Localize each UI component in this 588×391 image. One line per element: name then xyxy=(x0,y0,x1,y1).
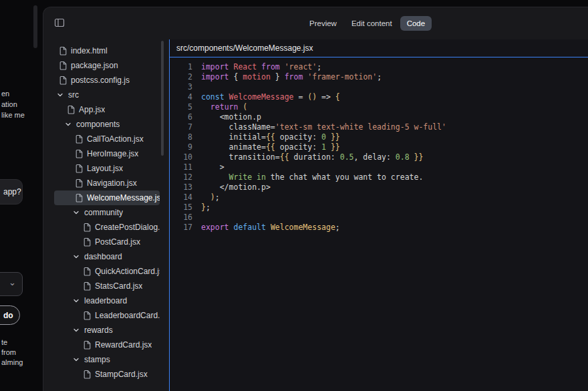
file-tree-scrollbar-thumb[interactable] xyxy=(161,41,164,156)
code-line: 4const WelcomeMessage = () => { xyxy=(170,92,588,102)
file-icon xyxy=(82,267,92,276)
tree-item-layout-jsx[interactable]: Layout.jsx xyxy=(54,161,160,176)
tree-item-label: dashboard xyxy=(84,252,122,261)
tree-item-statscard-jsx[interactable]: StatsCard.jsx xyxy=(54,279,160,293)
code-line-text: return ( xyxy=(201,102,247,112)
chevron-down-icon xyxy=(55,92,65,98)
tree-item-index-html[interactable]: index.html xyxy=(54,43,160,58)
tree-item-heroimage-jsx[interactable]: HeroImage.jsx xyxy=(54,146,160,161)
code-line-text: initial={{ opacity: 0 }} xyxy=(201,132,340,142)
tree-item-community[interactable]: community xyxy=(54,205,160,220)
line-number: 13 xyxy=(170,182,192,192)
tree-item-calltoaction-jsx[interactable]: CallToAction.jsx xyxy=(54,132,160,146)
tree-item-label: App.jsx xyxy=(79,105,105,114)
tree-item-leaderboard[interactable]: leaderboard xyxy=(54,293,160,308)
tab-preview[interactable]: Preview xyxy=(303,16,343,31)
code-line-text: animate={{ opacity: 1 }} xyxy=(201,142,340,152)
code-line: 10 transition={{ duration: 0.5, delay: 0… xyxy=(170,152,588,162)
tree-item-createpostdialog-js[interactable]: CreatePostDialog.js xyxy=(54,220,160,235)
code-line: 15}; xyxy=(170,203,588,213)
file-icon xyxy=(82,223,92,232)
line-number: 1 xyxy=(170,62,192,72)
line-number: 10 xyxy=(170,152,192,162)
tree-item-app-jsx[interactable]: App.jsx xyxy=(54,102,160,117)
code-line-text: > xyxy=(201,162,225,172)
card-header: PreviewEdit contentCode xyxy=(43,7,588,39)
tree-item-postcard-jsx[interactable]: PostCard.jsx xyxy=(54,235,160,249)
file-icon xyxy=(82,281,92,291)
file-tree-scrollbar[interactable] xyxy=(161,41,164,390)
page-scrollbar-thumb[interactable] xyxy=(33,5,37,48)
file-icon xyxy=(82,340,92,350)
tree-item-navigation-jsx[interactable]: Navigation.jsx xyxy=(54,176,160,190)
code-line: 16 xyxy=(170,213,588,223)
tree-item-package-json[interactable]: package.json xyxy=(54,58,160,73)
file-icon xyxy=(74,178,84,188)
code-line: 1import React from 'react'; xyxy=(170,62,588,72)
line-number: 7 xyxy=(170,122,192,132)
tree-item-postcss-config-js[interactable]: postcss.config.js xyxy=(54,73,160,88)
tree-item-label: postcss.config.js xyxy=(71,76,130,85)
code-line: 13 </motion.p> xyxy=(170,182,588,192)
line-number: 11 xyxy=(170,162,192,172)
code-line-text: const WelcomeMessage = () => { xyxy=(201,92,340,102)
tree-item-label: community xyxy=(84,208,123,217)
tree-item-label: package.json xyxy=(71,61,118,70)
tree-item-stamps[interactable]: stamps xyxy=(54,352,160,367)
tree-item-label: Layout.jsx xyxy=(87,164,123,173)
line-number: 14 xyxy=(170,192,192,203)
tab-edit-content[interactable]: Edit content xyxy=(345,16,399,31)
tree-item-dashboard[interactable]: dashboard xyxy=(54,249,160,264)
dropdown-fragment[interactable]: ⌄ xyxy=(0,272,23,296)
code-line: 7 className='text-sm text-white leading-… xyxy=(170,122,588,132)
code-line: 11 > xyxy=(170,162,588,172)
code-line: 14 ); xyxy=(170,192,588,203)
code-area[interactable]: 1import React from 'react';2import { mot… xyxy=(170,57,588,391)
tree-item-quickactioncard-js[interactable]: QuickActionCard.js xyxy=(54,264,160,279)
line-number: 17 xyxy=(170,223,192,233)
line-number: 6 xyxy=(170,112,192,122)
chevron-down-icon xyxy=(71,253,81,260)
file-tree: index.htmlpackage.jsonpostcss.config.jss… xyxy=(43,39,169,391)
code-line-text: }; xyxy=(201,203,210,213)
code-line: 2import { motion } from 'framer-motion'; xyxy=(170,72,588,82)
tree-item-label: HeroImage.jsx xyxy=(87,149,138,158)
code-line-text: <motion.p xyxy=(201,112,261,122)
chat-bubble-fragment: app? xyxy=(0,179,23,205)
tree-item-label: components xyxy=(76,120,120,129)
tree-item-components[interactable]: components xyxy=(54,117,160,132)
chevron-down-icon xyxy=(71,209,81,216)
line-number: 8 xyxy=(170,132,192,142)
file-icon xyxy=(58,76,67,85)
button-fragment[interactable]: do xyxy=(0,305,20,325)
tree-item-label: WelcomeMessage.jsx xyxy=(87,193,160,203)
file-icon xyxy=(74,149,84,158)
view-toggle: PreviewEdit contentCode xyxy=(303,16,432,31)
tab-code[interactable]: Code xyxy=(400,16,432,31)
tree-item-label: CreatePostDialog.js xyxy=(95,223,160,232)
tree-item-rewards[interactable]: rewards xyxy=(54,323,160,338)
tree-item-label: RewardCard.jsx xyxy=(95,340,152,350)
chat-text-fragment: like me xyxy=(1,111,25,119)
code-line: 9 animate={{ opacity: 1 }} xyxy=(170,142,588,152)
file-tree-items: index.htmlpackage.jsonpostcss.config.jss… xyxy=(43,43,169,382)
sidebar-toggle-icon[interactable] xyxy=(54,17,65,28)
code-line: 12 Write in the chat what you want to cr… xyxy=(170,172,588,182)
tree-item-welcomemessage-jsx[interactable]: WelcomeMessage.jsx xyxy=(54,190,160,205)
code-line: 3 xyxy=(170,82,588,92)
tree-item-leaderboardcard-js[interactable]: LeaderboardCard.js xyxy=(54,308,160,323)
code-line-text: import React from 'react'; xyxy=(201,62,321,72)
tree-item-stampcard-jsx[interactable]: StampCard.jsx xyxy=(54,367,160,382)
file-icon xyxy=(58,46,67,55)
file-icon xyxy=(82,237,92,247)
code-line-text: ); xyxy=(201,192,220,203)
tree-item-src[interactable]: src xyxy=(54,88,160,102)
chevron-down-icon xyxy=(71,356,81,363)
code-line: 17export default WelcomeMessage; xyxy=(170,223,588,233)
line-number: 12 xyxy=(170,172,192,182)
chat-text-fragment: alming xyxy=(1,358,23,366)
tree-item-rewardcard-jsx[interactable]: RewardCard.jsx xyxy=(54,338,160,352)
line-number: 4 xyxy=(170,92,192,102)
editor-card: PreviewEdit contentCode index.htmlpackag… xyxy=(43,7,588,391)
chat-bubble-text: app? xyxy=(3,187,21,197)
